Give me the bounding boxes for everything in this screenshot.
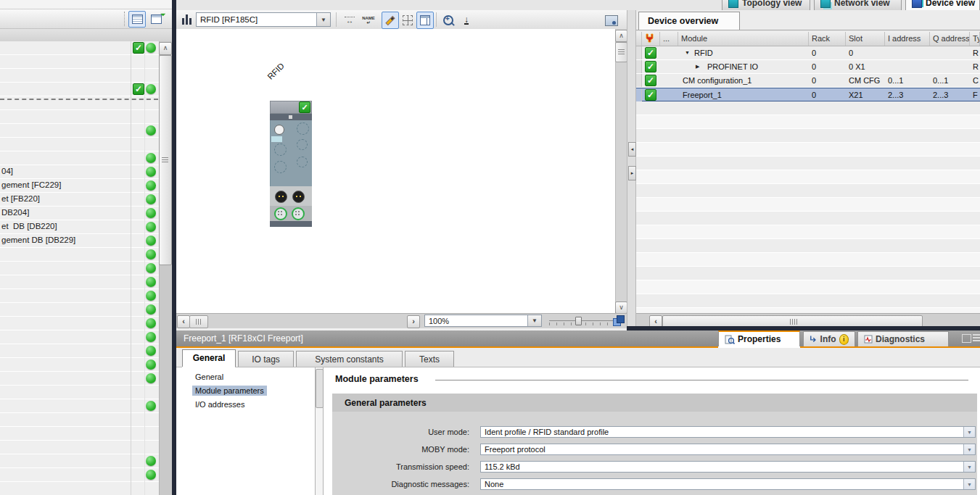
- dropdown-arrow-icon[interactable]: ▼: [963, 479, 975, 489]
- overview-header-cell[interactable]: Q address: [930, 32, 970, 46]
- scrollbar-thumb[interactable]: [189, 315, 208, 328]
- tree-row[interactable]: gement DB [DB229]: [0, 234, 159, 248]
- overview-row-cm-configuration_1[interactable]: ✓CM configuration_10CM CFG0...10...1C: [636, 74, 980, 88]
- tree-row[interactable]: [0, 317, 159, 330]
- tree-row[interactable]: [0, 303, 159, 317]
- overview-header-cell[interactable]: Ty: [970, 32, 980, 46]
- overview-row-freeport_1[interactable]: ✓Freeport_10X212...32...3F: [636, 88, 980, 101]
- device-selector-dropdown[interactable]: RFID [RF185C] ▼: [196, 12, 331, 27]
- tree-row[interactable]: [0, 151, 159, 165]
- nav-scrollbar-thumb[interactable]: [316, 369, 324, 408]
- device-canvas[interactable]: RFID ✓: [176, 29, 615, 313]
- dropdown-arrow-icon[interactable]: ▼: [527, 315, 541, 326]
- rfid-module-graphic[interactable]: ✓: [270, 101, 312, 227]
- scrollbar-thumb[interactable]: [159, 55, 172, 265]
- show-overview-table-button[interactable]: [416, 12, 434, 29]
- overview-header-cell[interactable]: [642, 32, 660, 46]
- view-tab-network-view[interactable]: Network view: [814, 0, 902, 10]
- tree-row[interactable]: [0, 344, 159, 358]
- nav-item-general[interactable]: General: [176, 370, 315, 384]
- tab-info[interactable]: Infoi: [803, 331, 855, 346]
- tree-row[interactable]: [0, 386, 159, 399]
- scroll-left-button[interactable]: ‹: [177, 315, 190, 328]
- device-name-label[interactable]: RFID: [266, 62, 286, 81]
- tree-row[interactable]: et [FB220]: [0, 193, 159, 207]
- overview-row-rfid[interactable]: ✓▼RFID00R: [636, 46, 980, 60]
- tree-row[interactable]: [0, 427, 159, 441]
- collapse-left-button[interactable]: ◂: [628, 142, 636, 157]
- show-grid-button[interactable]: [399, 12, 416, 29]
- menu-lines-icon[interactable]: [973, 334, 980, 341]
- field-dropdown[interactable]: 115.2 kBd▼: [480, 461, 976, 473]
- zoom-level-dropdown[interactable]: 100% ▼: [424, 315, 542, 327]
- tree-row[interactable]: DB204]: [0, 207, 159, 220]
- tree-row[interactable]: gement [FC229]: [0, 179, 159, 193]
- expand-arrow-icon[interactable]: ▶: [696, 64, 699, 70]
- overview-header-cell[interactable]: Rack: [809, 32, 846, 46]
- overview-header-cell[interactable]: ...: [660, 32, 678, 46]
- table-view-toggle-button[interactable]: [128, 11, 146, 28]
- tree-row[interactable]: [0, 454, 159, 468]
- tree-row[interactable]: [0, 248, 159, 262]
- tab-diagnostics[interactable]: Diagnostics: [857, 331, 949, 346]
- tree-row[interactable]: [0, 289, 159, 303]
- overview-header-cell[interactable]: Module: [678, 32, 809, 46]
- scroll-up-button[interactable]: ∧: [159, 42, 172, 55]
- tree-row[interactable]: [0, 275, 159, 289]
- tree-row[interactable]: [0, 69, 159, 83]
- tree-row[interactable]: [0, 482, 159, 495]
- tab-texts[interactable]: Texts: [405, 351, 454, 367]
- scrollbar-thumb[interactable]: [615, 42, 627, 62]
- tree-row[interactable]: [0, 358, 159, 372]
- field-dropdown[interactable]: None▼: [480, 478, 976, 490]
- canvas-vertical-scrollbar[interactable]: [615, 29, 627, 313]
- fit-to-view-button[interactable]: [612, 315, 624, 326]
- save-layout-button[interactable]: ↓: [458, 12, 475, 29]
- device-overview-tab[interactable]: Device overview: [638, 12, 740, 30]
- tree-row[interactable]: [0, 262, 159, 275]
- tree-row[interactable]: [0, 441, 159, 454]
- tab-general[interactable]: General: [182, 349, 236, 367]
- collapse-arrow-icon[interactable]: ▼: [685, 50, 690, 55]
- tab-properties[interactable]: Properties: [718, 330, 800, 346]
- tree-row[interactable]: [0, 399, 159, 413]
- tree-row[interactable]: [0, 55, 159, 69]
- window-settings-button[interactable]: [603, 12, 620, 29]
- show-labels-button[interactable]: NAME↵: [360, 12, 377, 29]
- tree-row[interactable]: [0, 372, 159, 386]
- tree-row[interactable]: et DB [DB220]: [0, 220, 159, 234]
- tab-io-tags[interactable]: IO tags: [238, 351, 294, 367]
- tree-row[interactable]: [0, 413, 159, 427]
- tree-row[interactable]: 04]: [0, 165, 159, 179]
- overview-row-profinet-io[interactable]: ✓▶PROFINET IO00 X1R: [636, 60, 980, 74]
- dropdown-arrow-icon[interactable]: ▼: [316, 13, 330, 26]
- slider-thumb[interactable]: [575, 317, 582, 325]
- scroll-up-button[interactable]: ∧: [615, 30, 627, 42]
- nav-item-module-parameters[interactable]: Module parameters: [176, 384, 315, 398]
- view-tab-topology-view[interactable]: Topology view: [722, 0, 810, 10]
- zoom-slider[interactable]: [549, 316, 614, 326]
- dropdown-arrow-icon[interactable]: ▼: [963, 427, 975, 437]
- edit-mode-button[interactable]: [382, 12, 399, 29]
- overview-header-cell[interactable]: I address: [885, 32, 930, 46]
- measure-width-button[interactable]: ↔: [341, 12, 358, 29]
- tree-row[interactable]: ✓: [0, 83, 159, 96]
- tree-row[interactable]: [0, 330, 159, 344]
- scroll-right-button[interactable]: ›: [407, 315, 420, 328]
- export-table-button[interactable]: [147, 11, 165, 28]
- overview-header-cell[interactable]: Slot: [846, 32, 885, 46]
- tree-row[interactable]: [0, 468, 159, 482]
- tab-system-constants[interactable]: System constants: [296, 351, 403, 367]
- dropdown-arrow-icon[interactable]: ▼: [963, 444, 975, 454]
- overview-splitter[interactable]: ◂ ▸: [627, 10, 636, 328]
- dropdown-arrow-icon[interactable]: ▼: [963, 462, 975, 472]
- tree-row[interactable]: [0, 110, 159, 124]
- collapse-right-button[interactable]: ▸: [628, 166, 636, 180]
- tree-row[interactable]: [0, 138, 159, 151]
- tree-row[interactable]: [0, 124, 159, 138]
- float-window-icon[interactable]: [962, 334, 971, 343]
- zoom-tool-button[interactable]: [440, 12, 457, 29]
- field-dropdown[interactable]: Ident profile / RFID standard profile▼: [480, 426, 976, 438]
- tree-row[interactable]: ✓: [0, 41, 159, 55]
- field-dropdown[interactable]: Freeport protocol▼: [480, 444, 976, 455]
